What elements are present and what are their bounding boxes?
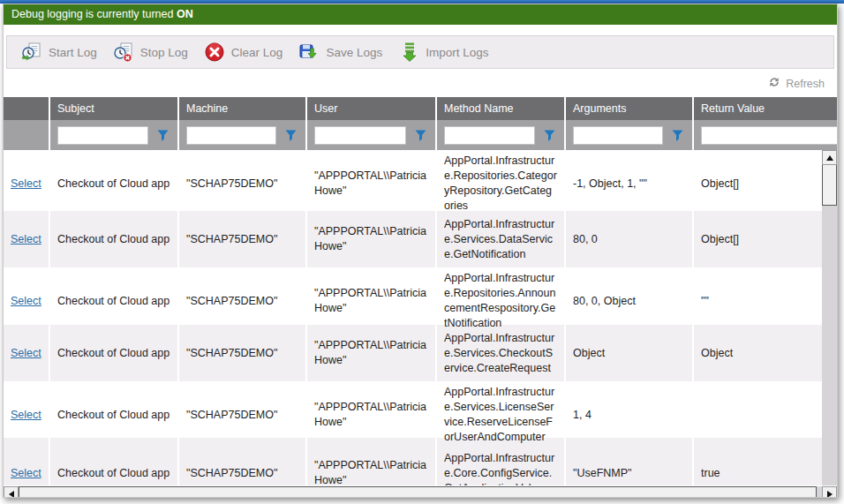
machine-cell: "SCHAP75DEMO" [179,438,307,485]
vertical-scroll-thumb[interactable] [822,165,837,206]
debug-log-window: Debug logging is currently turned ON Sta… [3,4,838,498]
user-cell: "APPPORTAL\\PatriciaHowe" [307,438,437,485]
method-cell: AppPortal.Infrastructure.Services.Checko… [437,325,566,381]
filter-funnel-icon[interactable] [672,130,683,141]
import-logs-icon [398,41,419,63]
filter-cell-method-name [437,120,566,150]
filter-cell-select [4,120,50,150]
subject-cell: Checkout of Cloud app [50,325,179,381]
vertical-scrollbar[interactable] [822,150,837,485]
stop-log-icon [113,41,134,63]
table-row: Select Checkout of Cloud app "SCHAP75DEM… [4,211,822,267]
machine-cell: "SCHAP75DEMO" [179,325,307,381]
arrow-up-icon [826,155,833,161]
subject-cell: Checkout of Cloud app [50,150,179,217]
clear-log-icon [204,41,225,63]
row-select-cell: Select [4,211,50,267]
log-toolbar: Start Log Stop Log Clear Log [6,35,834,69]
user-cell: "APPPORTAL\\PatriciaHowe" [307,150,437,217]
filter-funnel-icon[interactable] [415,130,426,141]
return-value-cell: Object[] [694,150,822,217]
row-select-cell: Select [4,325,50,381]
header-subject[interactable]: Subject [50,97,179,120]
table-row: Select Checkout of Cloud app "SCHAP75DEM… [4,438,822,485]
import-logs-label: Import Logs [426,46,488,59]
filter-cell-subject [50,120,179,150]
select-link[interactable]: Select [11,466,41,481]
save-logs-label: Save Logs [326,46,382,59]
table-row: Select Checkout of Cloud app "SCHAP75DEM… [4,325,822,381]
filter-input-arguments[interactable] [573,126,663,145]
machine-cell: "SCHAP75DEMO" [179,211,307,267]
select-link[interactable]: Select [11,232,41,247]
subject-cell: Checkout of Cloud app [50,438,179,485]
row-select-cell: Select [4,150,50,217]
header-user[interactable]: User [307,97,437,120]
scroll-left-button[interactable] [4,486,19,498]
header-method-name[interactable]: Method Name [437,97,566,120]
method-cell: AppPortal.Infrastructure.Repositories.Ca… [437,150,566,217]
save-logs-button[interactable]: Save Logs [293,38,393,66]
banner-text: Debug logging is currently turned [11,8,177,20]
arrow-right-icon [827,491,833,498]
filter-cell-user [307,120,437,150]
filter-input-return-value[interactable] [701,126,838,145]
header-return-value[interactable]: Return Value [694,97,837,120]
filter-input-user[interactable] [314,126,406,145]
arguments-cell: 80, 0 [566,211,694,267]
scroll-right-button[interactable] [822,486,837,498]
header-select [4,97,50,120]
filter-funnel-icon[interactable] [157,130,169,141]
table-row: Select Checkout of Cloud app "SCHAP75DEM… [4,381,822,438]
horizontal-scroll-thumb[interactable] [19,486,817,498]
refresh-row: Refresh [4,76,825,92]
filter-input-machine[interactable] [186,126,276,145]
select-link[interactable]: Select [11,408,41,423]
select-link[interactable]: Select [11,346,41,361]
filter-funnel-icon[interactable] [544,130,555,141]
filter-input-method-name[interactable] [444,126,535,145]
return-value-cell: Object[] [694,211,822,267]
return-value-cell: true [694,438,822,485]
clear-log-button[interactable]: Clear Log [199,38,294,66]
arguments-cell: "UseFNMP" [566,438,694,485]
scroll-up-button[interactable] [822,150,837,165]
stop-log-button[interactable]: Stop Log [108,38,199,66]
arguments-cell: -1, Object, 1, "" [566,150,694,217]
save-logs-icon [298,41,320,63]
horizontal-scrollbar[interactable] [4,486,837,498]
arguments-cell: Object [566,325,694,381]
return-value-cell: Object [694,325,822,381]
import-logs-button[interactable]: Import Logs [393,38,499,66]
filter-funnel-icon[interactable] [285,130,297,141]
user-cell: "APPPORTAL\\PatriciaHowe" [307,325,437,381]
filter-cell-machine [179,120,307,150]
table-row: Select Checkout of Cloud app "SCHAP75DEM… [4,267,822,325]
row-select-cell: Select [4,438,50,485]
grid-header-row: Subject Machine User Method Name Argumen… [4,97,837,120]
select-link[interactable]: Select [11,294,41,309]
filter-cell-arguments [566,120,694,150]
user-cell: "APPPORTAL\\PatriciaHowe" [307,211,437,267]
arrow-left-icon [9,491,14,498]
refresh-icon[interactable] [768,76,780,92]
start-log-icon [21,41,42,63]
grid-filter-row [4,120,837,150]
start-log-label: Start Log [49,46,97,59]
method-cell: AppPortal.Infrastructure.Services.DataSe… [437,211,566,267]
select-link[interactable]: Select [11,177,41,192]
grid-body: Select Checkout of Cloud app "SCHAP75DEM… [4,150,837,485]
header-machine[interactable]: Machine [179,97,307,120]
filter-input-subject[interactable] [57,126,148,145]
header-arguments[interactable]: Arguments [566,97,694,120]
method-cell: AppPortal.Infrastructure.Core.ConfigServ… [437,438,566,485]
subject-cell: Checkout of Cloud app [50,211,179,267]
stop-log-label: Stop Log [140,46,188,59]
machine-cell: "SCHAP75DEMO" [179,150,307,217]
table-row: Select Checkout of Cloud app "SCHAP75DEM… [4,150,822,211]
debug-log-grid: Subject Machine User Method Name Argumen… [4,97,837,498]
start-log-button[interactable]: Start Log [16,38,108,66]
clear-log-label: Clear Log [231,46,283,59]
debug-status-banner: Debug logging is currently turned ON [4,4,837,25]
refresh-label[interactable]: Refresh [786,78,825,90]
